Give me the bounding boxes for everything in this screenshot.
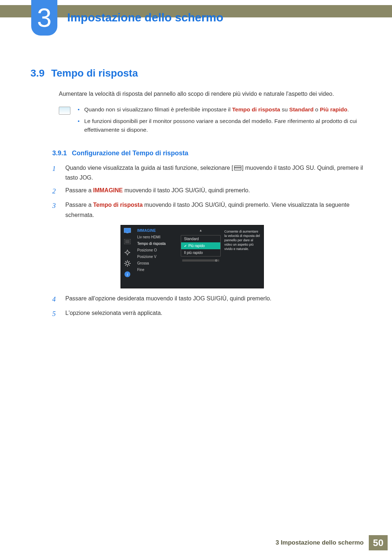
step-number: 3: [52, 200, 59, 219]
svg-line-15: [129, 261, 130, 262]
osd-submenu: ▲ Standard Più rapido Il più rapido 0: [181, 225, 221, 288]
note-text: su: [280, 106, 289, 112]
svg-line-13: [129, 265, 130, 266]
note-item: Le funzioni disponibili per il monitor p…: [77, 117, 363, 134]
step: 4 Passare all'opzione desiderata muovend…: [52, 294, 363, 305]
osd-menu-item: Fine: [137, 268, 178, 272]
step-number: 5: [52, 308, 59, 320]
menu-icon: [234, 165, 241, 171]
chapter-title: Impostazione dello schermo: [67, 11, 223, 24]
gear-icon: [124, 260, 131, 267]
page-content: 3.9 Tempo di risposta Aumentare la veloc…: [30, 67, 363, 323]
note-item: Quando non si visualizzano filmati è pre…: [77, 105, 363, 114]
note-em: Più rapido: [320, 106, 347, 112]
osd-menu-item: Grossa: [137, 261, 178, 265]
section-number: 3.9: [30, 67, 45, 79]
note-text: o: [314, 106, 320, 112]
step-text: Passare a: [65, 202, 93, 208]
osd-option: Standard: [181, 235, 220, 242]
osd-sidebar: i: [121, 225, 134, 288]
step-text: L'opzione selezionata verrà applicata.: [65, 308, 363, 320]
svg-rect-1: [126, 233, 128, 233]
step-text: Passare all'opzione desiderata muovendo …: [65, 294, 363, 305]
info-icon: i: [124, 271, 131, 278]
osd-menu-list: IMMAGINE Liv nero HDMI Tempo di risposta…: [134, 225, 181, 288]
osd-description: Consente di aumentare la velocità di ris…: [221, 225, 264, 288]
monitor-icon: [124, 227, 131, 234]
step-text: Quando viene visualizzata la guida ai ta…: [65, 165, 233, 171]
step: 1 Quando viene visualizzata la guida ai …: [52, 163, 363, 182]
footer-chapter-title: 3 Impostazione dello schermo: [275, 539, 364, 546]
svg-line-12: [125, 261, 126, 262]
step-number: 2: [52, 185, 59, 197]
osd-menu-title: IMMAGINE: [137, 229, 178, 233]
step: 3 Passare a Tempo di risposta muovendo i…: [52, 200, 363, 219]
osd-slider: 0: [182, 259, 219, 262]
osd-menu-item: Posizione O: [137, 248, 178, 252]
note-em: Tempo di risposta: [232, 106, 280, 112]
step-number: 1: [52, 163, 59, 182]
svg-text:i: i: [127, 272, 128, 276]
subsection-title: Configurazione del Tempo di risposta: [72, 149, 188, 157]
step-text: Passare a: [65, 187, 93, 193]
move-icon: [124, 249, 131, 256]
osd-menu-item: Posizione V: [137, 255, 178, 259]
note-text: .: [347, 106, 349, 112]
section-intro: Aumentare la velocità di risposta del pa…: [59, 89, 363, 99]
note-em: Standard: [289, 106, 314, 112]
step: 5 L'opzione selezionata verrà applicata.: [52, 308, 363, 320]
page-number: 50: [369, 535, 388, 550]
step-number: 4: [52, 294, 59, 305]
chevron-up-icon: ▲: [199, 229, 203, 232]
note-block: Quando non si visualizzano filmati è pre…: [59, 105, 363, 137]
note-text: Quando non si visualizzano filmati è pre…: [84, 106, 232, 112]
svg-rect-0: [124, 228, 131, 233]
note-icon: [59, 107, 70, 115]
page-footer: 3 Impostazione dello schermo 50: [275, 535, 388, 550]
list-icon: [124, 238, 131, 245]
chapter-number-badge: 3: [31, 0, 57, 36]
subsection-number: 3.9.1: [52, 149, 67, 157]
osd-slider-value: 0: [215, 259, 217, 262]
section-title: Tempo di risposta: [51, 67, 138, 79]
step-em: Tempo di risposta: [93, 202, 143, 208]
step-em: IMMAGINE: [93, 187, 123, 193]
svg-point-7: [126, 262, 129, 265]
svg-line-14: [125, 265, 126, 266]
osd-option: Il più rapido: [181, 249, 220, 256]
step: 2 Passare a IMMAGINE muovendo il tasto J…: [52, 185, 363, 197]
svg-rect-6: [126, 251, 128, 254]
osd-menu-item-active: Tempo di risposta: [137, 242, 178, 246]
osd-screenshot: i IMMAGINE Liv nero HDMI Tempo di rispos…: [121, 225, 264, 288]
step-text: muovendo il tasto JOG SU/GIÙ, quindi pre…: [123, 187, 250, 193]
osd-menu-item: Liv nero HDMI: [137, 235, 178, 239]
osd-option-selected: Più rapido: [181, 242, 220, 249]
